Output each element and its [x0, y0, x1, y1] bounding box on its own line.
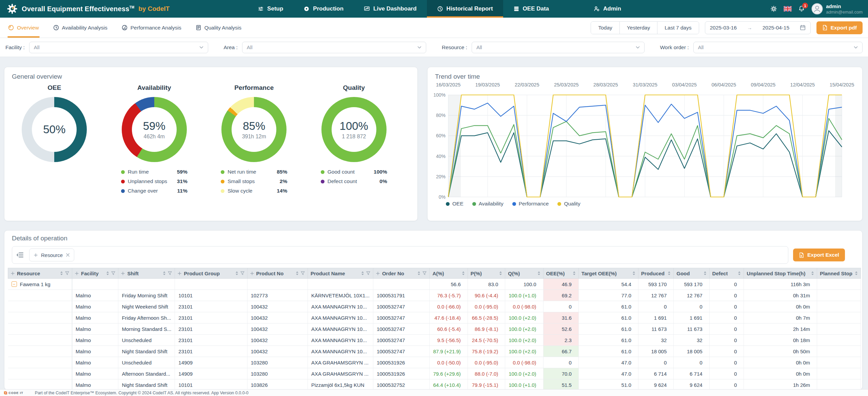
sort-icon[interactable] — [855, 271, 858, 275]
drag-handle-icon[interactable] — [75, 272, 79, 275]
remove-chip-icon[interactable] — [66, 253, 70, 257]
table-row[interactable]: MalmoUnscheduled14909103280AXA GRAHAMSGR… — [8, 357, 861, 368]
group-chip-resource[interactable]: Resource — [29, 249, 74, 261]
nav-item-setup[interactable]: Setup — [248, 0, 293, 18]
filter-select[interactable]: All — [29, 42, 208, 53]
collapse-group-icon[interactable]: − — [12, 281, 17, 287]
sort-icon[interactable] — [361, 271, 364, 275]
table-row[interactable]: MalmoAfternoon Standard...14909103280AXA… — [8, 368, 861, 379]
cell-resource — [8, 290, 72, 301]
preset-today[interactable]: Today — [591, 22, 619, 34]
sort-icon[interactable] — [573, 271, 576, 275]
cell-shift: Friday Afternoon Sh... — [118, 312, 175, 323]
sort-icon[interactable] — [811, 271, 814, 275]
filter-funnel-icon[interactable] — [422, 271, 427, 275]
table-row[interactable]: MalmoMorning Standard S...23101100432AXA… — [8, 323, 861, 335]
preset-yesterday[interactable]: Yesterday — [619, 22, 657, 34]
column-header-order_no[interactable]: Order No — [373, 268, 430, 279]
trend-legend-oee[interactable]: OEE — [446, 201, 463, 207]
filter-funnel-icon[interactable] — [168, 271, 172, 275]
sort-icon[interactable] — [163, 271, 166, 275]
donut-value-oee: 50% — [43, 123, 65, 136]
sort-icon[interactable] — [106, 271, 109, 275]
column-header-facility[interactable]: Facility — [72, 268, 118, 279]
table-row[interactable]: MalmoNight Standard Shift10101103826Pizz… — [8, 379, 861, 390]
column-header-shift[interactable]: Shift — [118, 268, 175, 279]
column-header-q[interactable]: Q(%) — [505, 268, 543, 279]
column-header-unplanned[interactable]: Unplanned Stop Time(h) — [744, 268, 817, 279]
preset-last-7-days[interactable]: Last 7 days — [657, 22, 698, 34]
nav-item-historical-report[interactable]: Historical Report — [427, 0, 503, 18]
table-row[interactable]: MalmoNight Standard Shift23101100432AXA … — [8, 346, 861, 357]
tab-availability-analysis[interactable]: Availability Analysis — [53, 18, 107, 38]
export-pdf-button[interactable]: AExport pdf — [816, 21, 863, 34]
sort-icon[interactable] — [417, 271, 420, 275]
filter-funnel-icon[interactable] — [65, 271, 69, 275]
cell-oee: 69.2 — [543, 290, 578, 301]
group-row[interactable]: −Fawema 1 kg56.683.0100.046.954.4593 170… — [8, 279, 861, 290]
sort-icon[interactable] — [537, 271, 540, 275]
sort-icon[interactable] — [499, 271, 502, 275]
filter-funnel-icon[interactable] — [111, 271, 115, 275]
filter-workorder: Work order : All — [660, 42, 863, 53]
table-row[interactable]: MalmoUnscheduled23101100432AXA MANNAGRYN… — [8, 335, 861, 346]
export-excel-button[interactable]: Export Excel — [793, 249, 845, 261]
column-header-planned[interactable]: Planned Stop — [817, 268, 861, 279]
column-header-resource[interactable]: Resource — [8, 268, 72, 279]
sort-icon[interactable] — [738, 271, 741, 275]
drag-handle-icon[interactable] — [376, 272, 380, 275]
column-header-a[interactable]: A(%) — [430, 268, 468, 279]
column-header-product_no[interactable]: Product No — [247, 268, 308, 279]
filter-funnel-icon[interactable] — [366, 271, 370, 275]
user-menu[interactable]: admin admin@email.com — [811, 3, 863, 15]
sort-icon[interactable] — [704, 271, 707, 275]
date-range-picker[interactable]: 2025-03-16 → 2025-04-15 — [705, 21, 811, 34]
column-header-good[interactable]: Good — [674, 268, 709, 279]
drag-handle-icon[interactable] — [250, 272, 254, 275]
filter-funnel-icon[interactable] — [301, 271, 305, 275]
nav-item-oee-data[interactable]: OEE Data — [503, 0, 559, 18]
filter-select[interactable]: All — [693, 42, 863, 53]
sort-icon[interactable] — [296, 271, 299, 275]
trend-legend-availability[interactable]: Availability — [472, 201, 504, 207]
filter-funnel-icon[interactable] — [240, 271, 244, 275]
column-header-target[interactable]: Target OEE(%) — [578, 268, 638, 279]
table-row[interactable]: MalmoFriday Morning Shift10101102773KÄRN… — [8, 290, 861, 301]
column-header-product_group[interactable]: Product Group — [175, 268, 247, 279]
sort-icon[interactable] — [632, 271, 635, 275]
filter-select[interactable]: All — [242, 42, 426, 53]
cell-oee: 52.6 — [543, 323, 578, 335]
trend-legend-performance[interactable]: Performance — [512, 201, 549, 207]
drag-handle-icon[interactable] — [11, 272, 15, 275]
column-header-produced[interactable]: Produced — [638, 268, 673, 279]
tab-overview[interactable]: Overview — [8, 18, 39, 38]
table-row[interactable]: MalmoNight Weekend Shift23101100432AXA M… — [8, 301, 861, 312]
sort-icon[interactable] — [462, 271, 465, 275]
tab-quality-analysis[interactable]: Quality Analysis — [196, 18, 241, 38]
cell-good: 12 767 — [674, 290, 709, 301]
drag-handle-icon[interactable] — [178, 272, 181, 275]
filter-select[interactable]: All — [472, 42, 645, 53]
tab-performance-analysis[interactable]: Performance Analysis — [122, 18, 181, 38]
date-end[interactable]: 2025-04-15 — [763, 25, 789, 31]
filters-row: Facility : AllArea : AllResource : AllWo… — [0, 38, 868, 57]
trend-legend-quality[interactable]: Quality — [557, 201, 580, 207]
table-row[interactable]: MalmoFriday Afternoon Sh...23101100432AX… — [8, 312, 861, 323]
column-header-oee[interactable]: OEE(%) — [543, 268, 578, 279]
language-flag-icon[interactable] — [784, 6, 792, 12]
column-header-p[interactable]: P(%) — [468, 268, 505, 279]
settings-gear-icon[interactable] — [770, 5, 777, 12]
date-start[interactable]: 2025-03-16 — [710, 25, 737, 31]
drag-handle-icon[interactable] — [121, 272, 125, 275]
column-header-defect[interactable]: Defect — [709, 268, 744, 279]
nav-item-live-dashboard[interactable]: Live Dashboard — [354, 0, 427, 18]
sort-icon[interactable] — [668, 271, 671, 275]
nav-item-admin[interactable]: Admin — [584, 0, 631, 18]
column-header-product_name[interactable]: Product Name — [308, 268, 373, 279]
sort-icon[interactable] — [60, 271, 63, 275]
sort-icon[interactable] — [235, 271, 238, 275]
nav-item-production[interactable]: Production — [293, 0, 354, 18]
notifications-bell-icon[interactable]: 1 — [798, 5, 805, 12]
group-panel-icon[interactable] — [16, 252, 24, 258]
cell-unplanned: 0h 18m — [744, 335, 817, 346]
